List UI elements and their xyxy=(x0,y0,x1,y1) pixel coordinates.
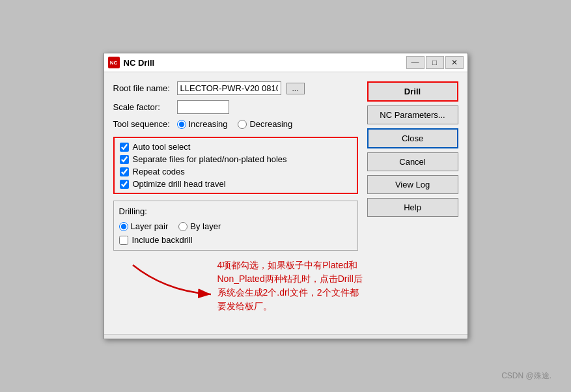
drill-button[interactable]: Drill xyxy=(367,81,458,102)
close-window-button[interactable]: ✕ xyxy=(445,56,464,69)
bottom-bar xyxy=(104,334,467,339)
radio-increasing-label[interactable]: Increasing xyxy=(177,119,228,129)
main-content: Root file name: ... Scale factor: Tool s… xyxy=(104,72,467,334)
repeat-codes-checkbox[interactable] xyxy=(120,167,129,176)
by-layer-text: By layer xyxy=(190,221,221,231)
left-panel: Root file name: ... Scale factor: Tool s… xyxy=(113,81,358,325)
radio-increasing[interactable] xyxy=(177,120,186,129)
root-file-input[interactable] xyxy=(177,81,281,95)
layer-pair-text: Layer pair xyxy=(131,221,169,231)
root-file-label: Root file name: xyxy=(113,83,172,93)
drilling-radio-group: Layer pair By layer xyxy=(119,221,352,231)
help-button[interactable]: Help xyxy=(367,198,458,217)
close-button[interactable]: Close xyxy=(367,128,458,148)
drilling-label: Drilling: xyxy=(119,206,352,216)
optimize-drill-checkbox[interactable] xyxy=(120,180,129,189)
include-backdrill-text: Include backdrill xyxy=(132,235,193,245)
window-title: NC Drill xyxy=(124,58,402,68)
minimize-button[interactable]: — xyxy=(406,56,425,69)
scale-factor-label: Scale factor: xyxy=(113,102,172,112)
watermark: CSDN @殊途. xyxy=(501,371,551,382)
separate-files-label[interactable]: Separate files for plated/non-plated hol… xyxy=(120,154,352,164)
repeat-codes-text: Repeat codes xyxy=(133,167,185,176)
repeat-codes-label[interactable]: Repeat codes xyxy=(120,167,352,176)
app-icon: NC xyxy=(108,57,120,68)
optimize-drill-label[interactable]: Optimize drill head travel xyxy=(120,179,352,189)
annotation-text: 4项都勾选，如果板子中有Plated和Non_Plated两种钻孔时，点击Dri… xyxy=(217,259,367,313)
annotation-arrow-svg xyxy=(113,259,244,317)
radio-decreasing-text: Decreasing xyxy=(249,119,292,129)
include-backdrill-checkbox[interactable] xyxy=(119,236,128,245)
by-layer-label[interactable]: By layer xyxy=(178,221,221,231)
title-bar: NC NC Drill — □ ✕ xyxy=(104,53,467,72)
tool-sequence-label: Tool sequence: xyxy=(113,119,172,129)
layer-pair-label[interactable]: Layer pair xyxy=(119,221,169,231)
drilling-section: Drilling: Layer pair By layer Include ba… xyxy=(113,201,358,251)
radio-decreasing-label[interactable]: Decreasing xyxy=(238,119,292,129)
radio-layer-pair[interactable] xyxy=(119,222,128,231)
tool-sequence-radio-group: Increasing Decreasing xyxy=(177,119,293,129)
radio-increasing-text: Increasing xyxy=(189,119,228,129)
separate-files-text: Separate files for plated/non-plated hol… xyxy=(133,154,287,164)
include-backdrill-label[interactable]: Include backdrill xyxy=(119,235,352,245)
separate-files-checkbox[interactable] xyxy=(120,155,129,164)
tool-sequence-row: Tool sequence: Increasing Decreasing xyxy=(113,119,358,129)
auto-tool-select-checkbox[interactable] xyxy=(120,143,129,152)
auto-tool-select-text: Auto tool select xyxy=(133,142,191,152)
window-controls: — □ ✕ xyxy=(406,56,464,69)
right-panel: Drill NC Parameters... Close Cancel View… xyxy=(367,81,458,325)
options-checkbox-section: Auto tool select Separate files for plat… xyxy=(113,137,358,194)
optimize-drill-text: Optimize drill head travel xyxy=(133,179,226,189)
view-log-button[interactable]: View Log xyxy=(367,175,458,194)
maximize-button[interactable]: □ xyxy=(426,56,444,69)
cancel-button[interactable]: Cancel xyxy=(367,152,458,171)
radio-decreasing[interactable] xyxy=(238,120,247,129)
root-file-row: Root file name: ... xyxy=(113,81,358,95)
nc-drill-window: NC NC Drill — □ ✕ Root file name: ... Sc… xyxy=(104,53,468,339)
scale-factor-input[interactable] xyxy=(177,100,229,114)
annotation-area: 4项都勾选，如果板子中有Plated和Non_Plated两种钻孔时，点击Dri… xyxy=(113,259,358,317)
auto-tool-select-label[interactable]: Auto tool select xyxy=(120,142,352,152)
scale-factor-row: Scale factor: xyxy=(113,100,358,114)
nc-parameters-button[interactable]: NC Parameters... xyxy=(367,105,458,124)
radio-by-layer[interactable] xyxy=(178,222,188,231)
browse-button[interactable]: ... xyxy=(286,83,305,94)
